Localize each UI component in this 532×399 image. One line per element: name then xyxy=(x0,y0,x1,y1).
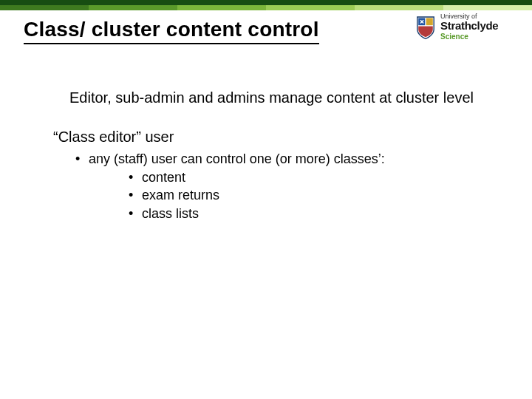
list-item: any (staff) user can control one (or mor… xyxy=(75,151,482,222)
body-paragraph-1: Editor, sub-admin and admins manage cont… xyxy=(53,89,482,107)
list-item: content xyxy=(129,169,482,186)
university-logo: University of Strathclyde Science xyxy=(415,13,519,41)
decorative-top-bar xyxy=(0,0,532,10)
list-item: class lists xyxy=(129,205,482,222)
logo-name: Strathclyde xyxy=(440,20,498,32)
logo-faculty: Science xyxy=(440,33,498,41)
page-title: Class/ cluster content control xyxy=(24,18,319,44)
bullet-list-level2: content exam returns class lists xyxy=(129,169,482,222)
title-wrap: Class/ cluster content control xyxy=(24,18,393,44)
bullet-list-level1: any (staff) user can control one (or mor… xyxy=(75,151,482,222)
slide: Class/ cluster content control Universit… xyxy=(0,0,532,399)
body-subheader: “Class editor” user xyxy=(53,128,482,146)
crest-icon xyxy=(415,15,436,40)
list-item: exam returns xyxy=(129,187,482,204)
bullet-main-text: any (staff) user can control one (or mor… xyxy=(89,151,385,166)
slide-body: Editor, sub-admin and admins manage cont… xyxy=(53,89,482,223)
